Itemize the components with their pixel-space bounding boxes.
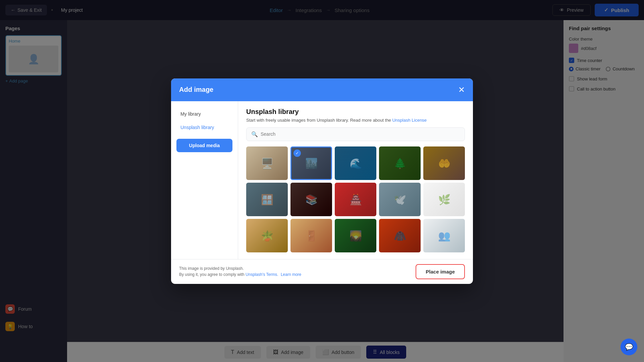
modal-footer: This image is provided by Unsplash. By u…: [171, 259, 473, 284]
image-cell-14[interactable]: [379, 219, 421, 252]
footer-text-line2: By using it, you agree to comply with Un…: [179, 272, 301, 278]
image-cell-15[interactable]: [423, 219, 465, 252]
modal-body: My library Unsplash library Upload media…: [171, 101, 473, 259]
unsplash-license-link[interactable]: Unsplash License: [392, 118, 427, 123]
image-cell-10[interactable]: [423, 183, 465, 216]
image-cell-8[interactable]: [335, 183, 376, 216]
image-cell-1[interactable]: [246, 146, 288, 180]
search-bar: 🔍: [246, 127, 465, 141]
image-cell-9[interactable]: [379, 183, 421, 216]
my-library-nav-item[interactable]: My library: [176, 108, 232, 120]
unsplash-library-title: Unsplash library: [246, 108, 465, 116]
image-cell-11[interactable]: [246, 219, 288, 252]
chat-bubble-button[interactable]: 💬: [621, 339, 637, 355]
image-grid: ✓: [246, 146, 465, 252]
image-cell-13[interactable]: [335, 219, 376, 252]
modal-overlay: Add image ✕ My library Unsplash library …: [0, 0, 644, 362]
place-image-button[interactable]: Place image: [416, 264, 465, 279]
unsplash-description: Start with freely usable images from Uns…: [246, 118, 465, 123]
chat-icon: 💬: [625, 343, 633, 351]
footer-text-2: By using it, you agree to comply with: [179, 272, 245, 277]
modal-header: Add image ✕: [171, 78, 473, 101]
unsplash-terms-link[interactable]: Unsplash's Terms.: [246, 272, 278, 277]
upload-media-button[interactable]: Upload media: [176, 139, 232, 152]
footer-text: This image is provided by Unsplash. By u…: [179, 265, 301, 278]
footer-text-line1: This image is provided by Unsplash.: [179, 265, 301, 272]
image-cell-5[interactable]: [423, 146, 465, 180]
image-cell-4[interactable]: [379, 146, 421, 180]
unsplash-desc-text: Start with freely usable images from Uns…: [246, 118, 391, 123]
selected-check-badge: ✓: [293, 149, 301, 157]
modal-content: Unsplash library Start with freely usabl…: [238, 101, 473, 259]
modal-title: Add image: [179, 86, 213, 94]
image-cell-12[interactable]: [290, 219, 332, 252]
image-cell-7[interactable]: [290, 183, 332, 216]
modal-close-button[interactable]: ✕: [458, 85, 465, 95]
search-icon: 🔍: [251, 131, 258, 137]
image-cell-3[interactable]: [335, 146, 376, 180]
modal-sidebar: My library Unsplash library Upload media: [171, 101, 238, 259]
add-image-modal: Add image ✕ My library Unsplash library …: [171, 78, 473, 284]
unsplash-library-nav-item[interactable]: Unsplash library: [176, 121, 232, 133]
image-cell-6[interactable]: [246, 183, 288, 216]
learn-more-link[interactable]: Learn more: [281, 272, 301, 277]
search-input[interactable]: [261, 131, 460, 137]
image-cell-2[interactable]: ✓: [290, 146, 332, 180]
